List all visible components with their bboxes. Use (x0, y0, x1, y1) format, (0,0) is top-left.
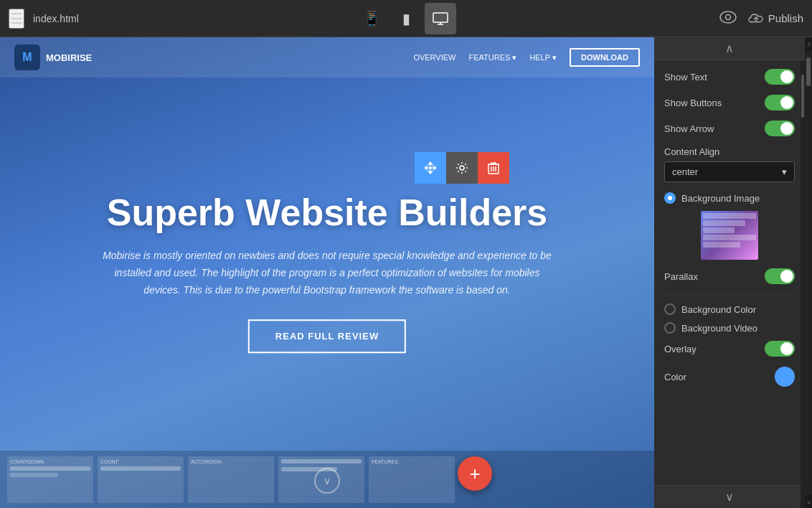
publish-label: Publish (768, 12, 803, 24)
bg-color-label: Background Color (681, 304, 756, 315)
content-align-label: Content Align (664, 146, 795, 157)
cloud-upload-icon (748, 12, 764, 25)
bottom-strip: COUNTDOWN COUNT ACCORDION FEATURES (0, 451, 654, 508)
show-buttons-toggle[interactable] (765, 95, 795, 110)
bg-video-label: Background Video (681, 323, 757, 334)
site-preview: M MOBIRISE OVERVIEW FEATURES ▾ HELP ▾ DO… (0, 37, 654, 508)
device-switcher: 📱 ▮ (356, 3, 456, 34)
add-block-button[interactable]: + (458, 456, 492, 491)
show-arrow-toggle[interactable] (765, 121, 795, 136)
right-panel: ∧ Show Text Show Buttons Show Arrow Cont… (654, 37, 805, 508)
publish-button[interactable]: Publish (748, 12, 803, 25)
window-scrollbar: ∧ ∨ (805, 37, 812, 508)
bg-video-radio[interactable] (664, 322, 676, 334)
color-swatch[interactable] (775, 367, 795, 387)
hamburger-menu-button[interactable]: ☰ (9, 9, 24, 29)
nav-link-overview[interactable]: OVERVIEW (413, 53, 455, 62)
show-text-toggle[interactable] (765, 69, 795, 85)
strip-thumb-2: COUNT (98, 456, 184, 503)
canvas-action-buttons (415, 152, 509, 184)
site-logo-icon: M (14, 44, 40, 70)
header-right: Publish (719, 9, 803, 28)
show-text-row: Show Text (664, 69, 795, 85)
site-logo: M MOBIRISE (14, 44, 92, 70)
overlay-row: Overlay (664, 341, 795, 357)
strip-thumb-5: FEATURES (369, 456, 455, 503)
content-align-dropdown[interactable]: center ▾ (664, 161, 795, 182)
parallax-label: Parallax (664, 271, 698, 282)
site-navbar: M MOBIRISE OVERVIEW FEATURES ▾ HELP ▾ DO… (0, 37, 654, 77)
bg-color-row: Background Color (664, 304, 795, 315)
panel-content: Show Text Show Buttons Show Arrow Conten… (654, 60, 805, 485)
svg-rect-0 (433, 13, 448, 22)
hero-text: Mobirise is mostly oriented on newbies a… (98, 248, 556, 298)
panel-divider (664, 294, 795, 295)
filename-label: index.html (33, 13, 79, 24)
color-row: Color (664, 367, 795, 387)
tablet-device-button[interactable]: ▮ (390, 3, 422, 34)
content-align-value: center (672, 166, 698, 177)
strip-thumb-3: ACCORDION (188, 456, 274, 503)
bg-image-radio[interactable] (664, 192, 676, 204)
show-arrow-row: Show Arrow (664, 121, 795, 136)
scrollbar-thumb[interactable] (806, 57, 811, 86)
nav-link-features[interactable]: FEATURES ▾ (468, 53, 516, 62)
bg-video-row: Background Video (664, 322, 795, 334)
chevron-down-icon: ▾ (782, 166, 787, 177)
svg-point-6 (460, 166, 464, 170)
move-icon (424, 161, 437, 174)
hero-content: Superb Website Builders Mobirise is most… (98, 192, 556, 353)
delete-block-button[interactable] (478, 152, 509, 184)
parallax-toggle[interactable] (765, 268, 795, 284)
bg-image-row: Background Image (664, 192, 795, 204)
bg-color-radio[interactable] (664, 304, 676, 315)
main-area: M MOBIRISE OVERVIEW FEATURES ▾ HELP ▾ DO… (0, 37, 812, 508)
block-settings-button[interactable] (446, 152, 478, 184)
add-icon: + (469, 463, 480, 485)
panel-scrollbar-thumb[interactable] (801, 75, 804, 118)
parallax-row: Parallax (664, 268, 795, 284)
show-buttons-label: Show Buttons (664, 98, 722, 108)
mobile-device-button[interactable]: 📱 (356, 3, 387, 34)
content-align-section: Content Align center ▾ (664, 146, 795, 182)
move-block-button[interactable] (415, 152, 446, 184)
settings-icon (455, 161, 468, 174)
panel-scroll-up-button[interactable]: ∧ (654, 37, 805, 60)
site-nav-links: OVERVIEW FEATURES ▾ HELP ▾ DOWNLOAD (413, 48, 640, 67)
canvas: M MOBIRISE OVERVIEW FEATURES ▾ HELP ▾ DO… (0, 37, 654, 508)
panel-scrollbar (801, 60, 805, 508)
scrollbar-track (805, 50, 812, 495)
nav-link-help[interactable]: HELP ▾ (529, 53, 557, 62)
hero-title: Superb Website Builders (98, 192, 556, 233)
desktop-device-button[interactable] (425, 3, 456, 34)
hero-cta-button[interactable]: READ FULL REVIEW (248, 319, 406, 353)
header-left: ☰ index.html (9, 9, 79, 29)
bg-image-label: Background Image (681, 193, 760, 204)
site-logo-name: MOBIRISE (46, 52, 92, 63)
preview-button[interactable] (719, 9, 737, 28)
scrollbar-up-button[interactable]: ∧ (805, 37, 812, 50)
strip-thumb-1: COUNTDOWN (7, 456, 93, 503)
overlay-label: Overlay (664, 344, 697, 354)
color-label: Color (664, 372, 686, 382)
nav-download-button[interactable]: DOWNLOAD (570, 48, 640, 67)
strip-thumb-4 (278, 456, 364, 503)
delete-icon (488, 161, 499, 174)
header: ☰ index.html 📱 ▮ Publish (0, 0, 812, 37)
show-arrow-label: Show Arrow (664, 123, 714, 134)
svg-point-3 (720, 11, 736, 23)
svg-point-4 (725, 14, 730, 19)
bg-image-thumbnail[interactable] (701, 211, 758, 260)
scrollbar-down-button[interactable]: ∨ (805, 495, 812, 508)
show-text-label: Show Text (664, 72, 707, 83)
panel-scroll-down-button[interactable]: ∨ (654, 485, 805, 508)
show-buttons-row: Show Buttons (664, 95, 795, 110)
overlay-toggle[interactable] (765, 341, 795, 357)
